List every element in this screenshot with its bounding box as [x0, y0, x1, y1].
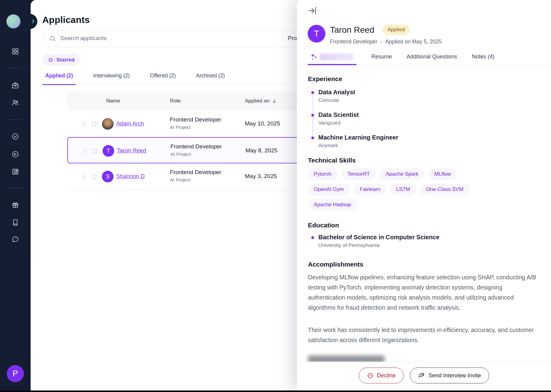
experience-item: Data Analyst Comcast [308, 89, 539, 103]
decline-button[interactable]: Decline [359, 368, 404, 383]
avatar: T [103, 145, 114, 157]
col-name: Name [106, 98, 120, 104]
applicant-name: Taron Reed [330, 25, 374, 35]
skill-chip: OpenAI Gym [308, 184, 350, 195]
users-icon[interactable] [11, 99, 19, 106]
book-icon[interactable] [11, 218, 19, 226]
dashboard-grid-icon[interactable] [11, 47, 19, 55]
chat-send-icon [418, 372, 425, 379]
bullet-icon [311, 91, 314, 94]
bullet-icon [311, 114, 314, 117]
applied-on-date: May 8, 2025 [246, 147, 278, 154]
check-circle-icon[interactable] [11, 133, 19, 140]
role-title: Frontend Developer [171, 143, 222, 150]
role-title: Frontend Developer [170, 116, 221, 123]
send-interview-invite-button[interactable]: Send Interview Invite [410, 368, 489, 383]
skills-heading: Technical Skills [308, 157, 539, 164]
applicant-name-link[interactable]: Shannon D [116, 173, 145, 180]
accomplishments-paragraph: Their work has consistently led to impro… [308, 325, 539, 345]
applicant-name-link[interactable]: Taron Reed [117, 147, 146, 154]
sidebar-expand-button[interactable] [22, 14, 37, 29]
applicant-avatar: T [308, 25, 325, 43]
starred-filter-chip[interactable]: Starred [42, 54, 80, 65]
search-icon [49, 35, 56, 43]
tab-archived[interactable]: Archived (2) [193, 71, 228, 84]
applied-on-date: May 10, 2025 [245, 120, 280, 127]
applied-date: Applied on May 5, 2025 [385, 39, 442, 45]
starred-label: Starred [56, 57, 75, 63]
user-avatar[interactable]: P [7, 365, 24, 382]
skill-chip: MLflow [429, 168, 457, 180]
col-applied-on[interactable]: Applied on [245, 98, 277, 104]
experience-title: Machine Learning Engineer [318, 134, 539, 141]
col-role: Role [170, 98, 181, 104]
role-project: AI Project [170, 177, 221, 183]
role-title: Frontend Developer [170, 169, 221, 176]
chat-icon[interactable] [11, 235, 19, 243]
skill-chip: Pytorch [308, 168, 337, 180]
sparkles-icon [310, 53, 317, 61]
experience-heading: Experience [308, 75, 539, 83]
experience-org: Aramark [318, 143, 539, 149]
star-icon[interactable] [91, 120, 98, 129]
search-input[interactable]: Search applicants Project [42, 30, 318, 47]
star-icon[interactable] [91, 173, 98, 181]
page-title: Applicants [42, 15, 90, 25]
tab-ai-summary[interactable] [308, 49, 357, 65]
detail-body[interactable]: Experience Data Analyst Comcast Data Sci… [297, 65, 551, 363]
star-icon[interactable] [91, 147, 99, 156]
skill-chip: One-Class SVM [420, 184, 469, 195]
detail-tabs: Resume Additional Questions Notes (4) [297, 49, 551, 65]
role-project: AI Project [171, 151, 222, 157]
drag-handle-icon[interactable] [83, 174, 86, 180]
education-item: Bachelor of Science in Computer Science … [308, 234, 539, 248]
education-org: University of Pennsylvania [318, 242, 539, 248]
applicant-role: Frontend Developer [330, 39, 377, 45]
chevron-right-icon [31, 19, 36, 24]
tab-additional-questions[interactable]: Additional Questions [407, 54, 457, 60]
bullet-icon [311, 136, 314, 139]
experience-timeline: Data Analyst Comcast Data Scientist Vang… [308, 89, 539, 149]
tab-resume[interactable]: Resume [371, 54, 392, 60]
skill-chip: Fairlearn [354, 184, 386, 195]
accomplishments-paragraph: Developing MLflow pipelines, enhancing f… [308, 272, 539, 313]
drag-handle-icon[interactable] [83, 149, 87, 155]
action-bar: Decline Send Interview Invite [297, 362, 551, 389]
gift-icon[interactable] [11, 201, 19, 209]
newspaper-icon[interactable] [11, 168, 19, 176]
experience-title: Data Scientist [318, 111, 539, 118]
sort-desc-icon [272, 98, 277, 104]
role-project: AI Project [170, 125, 221, 130]
experience-item: Data Scientist Vanguard [308, 111, 539, 126]
tab-notes[interactable]: Notes (4) [472, 54, 494, 60]
avatar [102, 118, 114, 130]
education-title: Bachelor of Science in Computer Science [318, 234, 539, 241]
search-divider [282, 35, 283, 43]
applicant-name-link[interactable]: Adam Arch [116, 120, 144, 127]
minus-circle-icon [367, 372, 373, 379]
education-heading: Education [308, 222, 539, 229]
skill-chip: Apache Hadoop [308, 199, 357, 211]
tab-applied[interactable]: Applied (2) [42, 71, 76, 84]
bullet-icon [311, 236, 314, 239]
drag-handle-icon[interactable] [83, 122, 86, 128]
applicant-subtitle: Frontend Developer Applied on May 5, 202… [330, 39, 442, 45]
experience-org: Comcast [318, 97, 539, 103]
avatar: S [102, 171, 114, 182]
redacted-tab-label [320, 54, 354, 60]
experience-title: Data Analyst [318, 89, 539, 96]
status-badge: Applied [383, 24, 410, 35]
arrow-left-circle-icon[interactable] [11, 150, 19, 158]
skill-chip: TensorRT [342, 168, 376, 180]
sidebar: P [0, 0, 31, 392]
skill-chip: Apache Spark [380, 168, 424, 180]
tab-offered[interactable]: Offered (2) [147, 71, 179, 84]
accomplishments-heading: Accomplishments [308, 261, 539, 268]
search-placeholder: Search applicants [60, 35, 107, 42]
skills-chips: Pytorch TensorRT Apache Spark MLflow Ope… [308, 168, 499, 211]
skill-chip: LSTM [390, 184, 416, 195]
collapse-panel-icon[interactable] [307, 6, 318, 15]
window-bottom-edge [0, 390, 551, 392]
tab-interviewing[interactable]: Interviewing (2) [90, 71, 133, 84]
briefcase-icon[interactable] [11, 81, 19, 89]
